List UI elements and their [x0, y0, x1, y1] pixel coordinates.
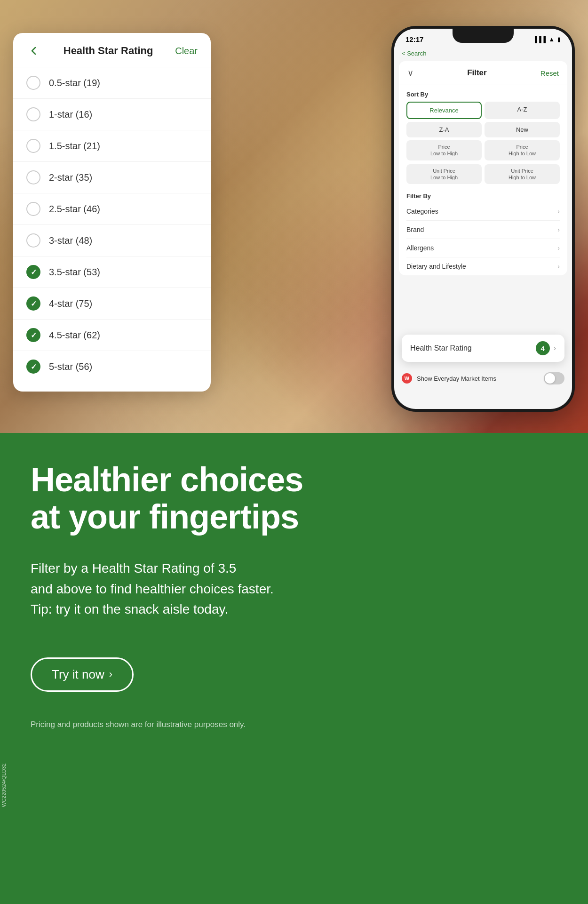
filter-label-1: 1-star (16)	[49, 109, 92, 120]
filter-by-label: Filter By	[406, 192, 560, 200]
sort-new-btn[interactable]: New	[485, 122, 560, 137]
chevron-brand-icon: ›	[557, 226, 560, 233]
subtext-line1: Filter by a Health Star Rating of 3.5	[31, 561, 236, 576]
filter-row-brand-label: Brand	[406, 226, 424, 233]
market-label: Show Everyday Market Items	[417, 375, 539, 382]
disclaimer-text: Pricing and products shown are for illus…	[31, 720, 557, 729]
try-button-label: Try it now	[52, 667, 104, 682]
radio-6: ✓	[26, 265, 40, 279]
filter-chevron-icon: ∨	[407, 68, 413, 78]
sort-unit-high-btn[interactable]: Unit PriceHigh to Low	[485, 164, 560, 184]
subtext-line2: and above to find healthier choices fast…	[31, 582, 274, 596]
sort-relevance-btn[interactable]: Relevance	[406, 102, 482, 119]
checkmark-9: ✓	[31, 362, 37, 371]
filter-clear-button[interactable]: Clear	[175, 46, 198, 56]
show-market-row: W Show Everyday Market Items	[402, 372, 564, 384]
checkmark-8: ✓	[31, 331, 37, 340]
checkmark-6: ✓	[31, 268, 37, 277]
radio-1	[26, 107, 40, 121]
main-headline: Healthier choices at your fingertips	[31, 461, 557, 536]
filter-panel: Health Star Rating Clear 0.5-star (19) 1…	[13, 33, 211, 392]
market-toggle[interactable]	[544, 372, 564, 384]
search-back-bar[interactable]: < Search	[394, 47, 572, 61]
phone-content-card: ∨ Filter Reset Sort By Relevance A-Z Z-A…	[399, 61, 567, 275]
chevron-dietary-icon: ›	[557, 263, 560, 270]
filter-row-brand[interactable]: Brand ›	[406, 221, 560, 239]
try-button[interactable]: Try it now ›	[31, 657, 134, 692]
filter-item-0[interactable]: 0.5-star (19)	[13, 67, 211, 99]
filter-label-9: 5-star (56)	[49, 361, 92, 372]
radio-8: ✓	[26, 328, 40, 342]
filter-label-7: 4-star (75)	[49, 298, 92, 309]
filter-item-7[interactable]: ✓ 4-star (75)	[13, 288, 211, 320]
filter-label-8: 4.5-star (62)	[49, 330, 100, 341]
filter-item-2[interactable]: 1.5-star (21)	[13, 130, 211, 162]
subtext-line3: Tip: try it on the snack aisle today.	[31, 602, 228, 616]
sort-price-low-btn[interactable]: PriceLow to High	[406, 140, 482, 160]
checkmark-7: ✓	[31, 299, 37, 308]
hero-section: Health Star Rating Clear 0.5-star (19) 1…	[0, 0, 588, 433]
phone-mockup: 12:17 ▐▐▐ ▲ ▮ < Search ∨ Filter Reset	[391, 26, 575, 412]
filter-panel-title: Health Star Rating	[64, 45, 153, 57]
phone-screen: 12:17 ▐▐▐ ▲ ▮ < Search ∨ Filter Reset	[394, 29, 572, 409]
radio-9: ✓	[26, 360, 40, 374]
hsr-bar-label: Health Star Rating	[410, 344, 472, 352]
phone-filter-title: Filter	[467, 68, 487, 78]
hsr-bar[interactable]: Health Star Rating 4 ›	[402, 335, 564, 362]
filter-by-section: Filter By Categories › Brand › Allergens…	[399, 188, 567, 275]
filter-item-5[interactable]: 3-star (48)	[13, 225, 211, 256]
headline-line1: Healthier choices	[31, 461, 303, 498]
radio-5	[26, 233, 40, 248]
radio-3	[26, 170, 40, 184]
filter-panel-header: Health Star Rating Clear	[13, 33, 211, 67]
subtext: Filter by a Health Star Rating of 3.5 an…	[31, 558, 350, 619]
filter-row-dietary-label: Dietary and Lifestyle	[406, 263, 466, 270]
filter-item-1[interactable]: 1-star (16)	[13, 99, 211, 130]
back-button[interactable]	[26, 43, 41, 58]
market-icon: W	[402, 373, 412, 384]
filter-label-6: 3.5-star (53)	[49, 267, 100, 278]
sort-unit-low-btn[interactable]: Unit PriceLow to High	[406, 164, 482, 184]
toggle-knob	[545, 373, 555, 384]
battery-icon: ▮	[557, 36, 561, 43]
filter-label-3: 2-star (35)	[49, 172, 92, 183]
filter-item-9[interactable]: ✓ 5-star (56)	[13, 351, 211, 382]
sort-grid-top: Relevance A-Z	[406, 102, 560, 119]
signal-icon: ▐▐▐	[532, 36, 546, 43]
sort-section: Sort By Relevance A-Z Z-A New PriceLow t…	[399, 85, 567, 184]
wifi-icon: ▲	[548, 36, 555, 43]
status-icons: ▐▐▐ ▲ ▮	[532, 36, 561, 43]
sort-za-btn[interactable]: Z-A	[406, 122, 482, 137]
sort-az-btn[interactable]: A-Z	[485, 102, 560, 119]
filter-row-categories[interactable]: Categories ›	[406, 202, 560, 221]
filter-item-3[interactable]: 2-star (35)	[13, 162, 211, 193]
filter-row-categories-label: Categories	[406, 208, 438, 215]
phone-reset-button[interactable]: Reset	[540, 69, 559, 77]
hsr-badge: 4	[536, 341, 550, 355]
filter-label-2: 1.5-star (21)	[49, 141, 100, 152]
radio-7: ✓	[26, 296, 40, 311]
filter-row-allergens[interactable]: Allergens ›	[406, 239, 560, 257]
filter-item-8[interactable]: ✓ 4.5-star (62)	[13, 320, 211, 351]
filter-row-dietary[interactable]: Dietary and Lifestyle ›	[406, 257, 560, 275]
radio-0	[26, 76, 40, 90]
phone-notch	[453, 26, 514, 43]
filter-label-0: 0.5-star (19)	[49, 78, 100, 88]
status-time: 12:17	[405, 35, 423, 43]
filter-row-allergens-label: Allergens	[406, 244, 434, 252]
green-section: WC220524/QLD32 Healthier choices at your…	[0, 433, 588, 904]
sort-price-high-btn[interactable]: PriceHigh to Low	[485, 140, 560, 160]
headline-line2: at your fingertips	[31, 498, 299, 536]
radio-2	[26, 139, 40, 153]
sort-by-label: Sort By	[406, 91, 560, 98]
price-grid-top: PriceLow to High PriceHigh to Low	[406, 140, 560, 160]
filter-label-4: 2.5-star (46)	[49, 204, 100, 215]
hsr-chevron-icon: ›	[554, 344, 556, 352]
phone-filter-header: ∨ Filter Reset	[399, 61, 567, 85]
market-icon-label: W	[405, 376, 409, 381]
sort-grid-bottom: Z-A New	[406, 122, 560, 137]
filter-item-6[interactable]: ✓ 3.5-star (53)	[13, 256, 211, 288]
search-back-text: < Search	[402, 50, 426, 57]
side-label: WC220524/QLD32	[1, 763, 7, 807]
filter-item-4[interactable]: 2.5-star (46)	[13, 193, 211, 225]
